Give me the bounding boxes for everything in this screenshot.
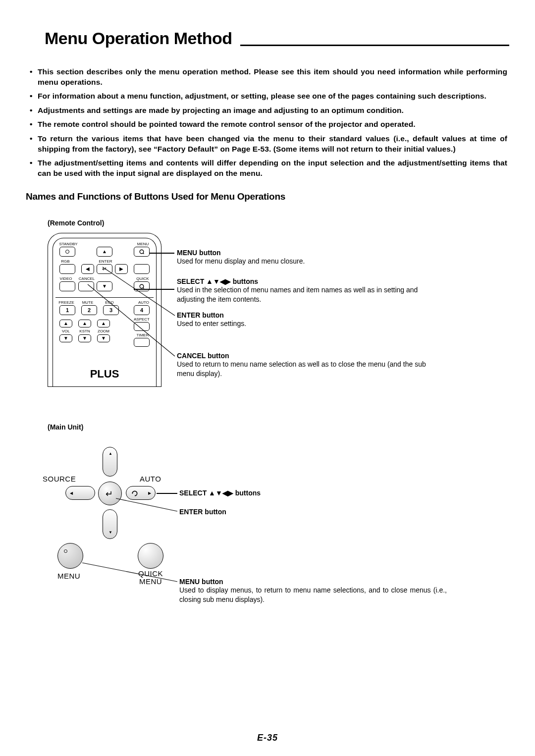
mu-left-button: ◀: [65, 486, 95, 500]
label-rgb: RGB: [58, 259, 72, 264]
svg-line-4: [103, 267, 175, 316]
freeze-button: 1: [59, 305, 75, 315]
label-menu: MENU: [134, 242, 152, 246]
mainunit-label: (Main Unit): [48, 423, 509, 431]
mu-callout-select: SELECT ▲▼◀▶ buttons: [179, 489, 447, 497]
bullet-item: This section describes only the menu ope…: [28, 67, 507, 87]
mu-leader-menu-icon: [82, 563, 181, 593]
label-mute: MUTE: [80, 300, 95, 305]
bullet-item: The remote control should be pointed tow…: [28, 119, 507, 130]
menu-button: [134, 247, 150, 257]
remote-diagram: STANDBY MENU ▲ RGB ENTER ◀ ↵ ▶ VIDEO CAN…: [26, 230, 509, 393]
intro-bullet-list: This section describes only the menu ope…: [26, 67, 509, 178]
callout-cancel: CANCEL button Used to return to menu nam…: [177, 352, 444, 378]
standby-button: [59, 247, 75, 257]
leader-lines-icon: [103, 267, 177, 326]
mu-callout-enter: ENTER button: [179, 508, 447, 516]
mu-right-button: ▶: [126, 486, 156, 500]
mu-menu-label: MENU: [57, 572, 80, 580]
bullet-item: To return the various items that have be…: [28, 134, 507, 154]
svg-line-8: [82, 563, 177, 582]
mute-button: 2: [81, 305, 97, 315]
label-kstn: KSTN: [78, 329, 92, 333]
bullet-item: Adjustments and settings are made by pro…: [28, 106, 507, 116]
mu-leader-enter-icon: [116, 498, 180, 513]
kstn-down-button: ▼: [78, 334, 91, 342]
section-heading: Names and Functions of Buttons Used for …: [26, 191, 509, 202]
svg-line-7: [116, 498, 177, 511]
timer-button: [134, 338, 150, 347]
label-cancel: CANCEL: [76, 276, 97, 281]
callout-select: SELECT ▲▼◀▶ buttons Used in the selectio…: [177, 277, 444, 304]
vol-down-button: ▼: [59, 334, 72, 342]
mu-callout-menu: MENU button Used to display menus, to re…: [179, 578, 447, 604]
label-zoom: ZOOM: [96, 329, 111, 333]
rgb-button: [59, 264, 75, 274]
mu-up-button: ▲: [103, 447, 117, 477]
bullet-item: For information about a menu function, a…: [28, 91, 507, 102]
title-area: Menu Operation Method: [40, 20, 509, 50]
label-freeze: FREEZE: [57, 300, 75, 305]
label-enter: ENTER: [97, 259, 114, 264]
main-unit-diagram: ▲ ▼ ◀ ▶ ↵ SOURCE AUTO MENU QUICKMENU SEL…: [26, 434, 509, 642]
svg-line-1: [143, 253, 144, 254]
remote-label: (Remote Control): [48, 219, 509, 227]
kstn-up-button: ▲: [78, 320, 91, 327]
mu-source-label: SOURCE: [43, 475, 76, 483]
remote-brand: PLUS: [48, 368, 161, 380]
callout-enter: ENTER button Used to enter settings.: [177, 311, 444, 328]
mu-down-button: ▼: [103, 509, 117, 539]
cancel-button: [78, 281, 94, 291]
mu-menu-button: [57, 543, 83, 569]
up-button: ▲: [97, 247, 112, 257]
mu-auto-label: AUTO: [140, 475, 161, 483]
page-number: E-35: [0, 733, 535, 743]
vol-up-button: ▲: [59, 320, 72, 327]
zoom-down-button: ▼: [97, 334, 110, 342]
callout-menu: MENU button Used for menu display and me…: [177, 249, 444, 266]
video-button: [59, 281, 75, 291]
label-standby: STANDBY: [57, 242, 79, 246]
page-title: Menu Operation Method: [40, 27, 240, 50]
label-vol: VOL: [59, 329, 72, 333]
bullet-item: The adjustment/setting items and content…: [28, 158, 507, 178]
left-button: ◀: [81, 264, 94, 274]
label-video: VIDEO: [57, 276, 74, 281]
